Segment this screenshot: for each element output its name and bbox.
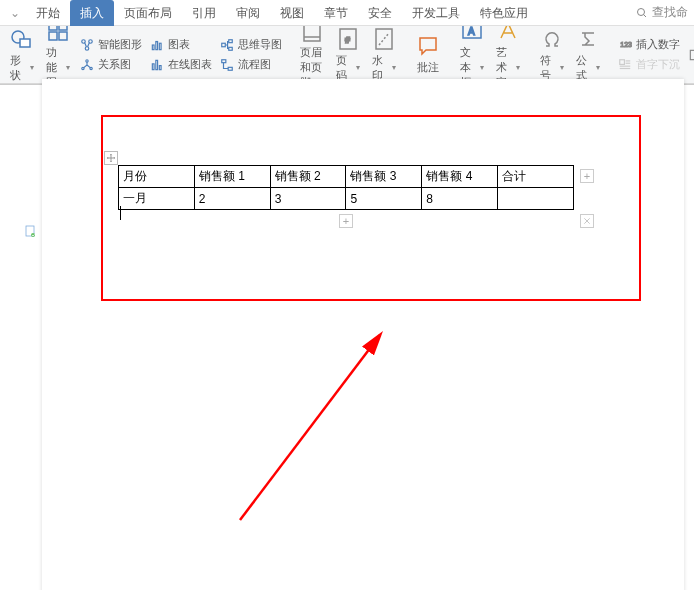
table-header-cell[interactable]: 销售额 1 [194,166,270,188]
table-cell[interactable]: 2 [194,188,270,210]
table-row[interactable]: 月份 销售额 1 销售额 2 销售额 3 销售额 4 合计 [119,166,574,188]
header-footer-button[interactable]: 页眉和页脚 [294,26,330,84]
relation-label: 关系图 [98,57,131,72]
search-icon [636,7,648,19]
online-chart-label: 在线图表 [168,57,212,72]
table-cell[interactable]: 8 [422,188,498,210]
shapes-label: 形状 [10,53,29,83]
page[interactable]: 月份 销售额 1 销售额 2 销售额 3 销售额 4 合计 一月 2 3 5 8… [42,79,684,590]
add-column-button[interactable]: + [580,169,594,183]
table-row[interactable]: 一月 2 3 5 8 [119,188,574,210]
table-header-cell[interactable]: 销售额 3 [346,166,422,188]
chart-button[interactable]: 图表 [146,35,216,54]
caret-icon: ▾ [66,63,70,72]
table-cell[interactable]: 3 [270,188,346,210]
page-tag-icon[interactable] [24,225,36,239]
tab-ref[interactable]: 引用 [182,0,226,26]
document-area: 月份 销售额 1 销售额 2 销售额 3 销售额 4 合计 一月 2 3 5 8… [0,84,694,590]
table-wrapper: 月份 销售额 1 销售额 2 销售额 3 销售额 4 合计 一月 2 3 5 8… [118,165,574,210]
tab-layout[interactable]: 页面布局 [114,0,182,26]
tab-bar: ⌄ 开始 插入 页面布局 引用 审阅 视图 章节 安全 开发工具 特色应用 查找… [0,0,694,26]
smartart-button[interactable]: 智能图形 [76,35,146,54]
search-box[interactable]: 查找命 [636,4,694,21]
table-header-cell[interactable]: 销售额 2 [270,166,346,188]
object-button[interactable]: 对 [684,45,694,64]
svg-point-11 [86,59,88,61]
comment-button[interactable]: 批注 [410,32,446,77]
dropcap-icon [618,58,632,72]
pagenum-label: 页码 [336,53,355,83]
svg-rect-40 [690,50,694,59]
svg-rect-17 [152,63,154,69]
symbol-button[interactable]: 符号▾ [534,26,570,84]
wordart-button[interactable]: 艺术字▾ [490,26,526,84]
pagenum-icon: # [336,27,360,51]
svg-rect-20 [222,43,226,47]
table-move-handle[interactable] [104,151,118,165]
svg-rect-35 [620,59,625,64]
dropcap-button[interactable]: 首字下沉 [614,55,684,74]
online-chart-icon [150,58,164,72]
resize-icon [583,217,591,225]
tab-special[interactable]: 特色应用 [470,0,538,26]
svg-rect-19 [159,65,161,69]
svg-line-41 [240,335,380,520]
svg-text:123: 123 [620,41,632,48]
flow-button[interactable]: 流程图 [216,55,286,74]
dropcap-label: 首字下沉 [636,57,680,72]
table-cell[interactable]: 一月 [119,188,195,210]
svg-rect-23 [222,59,226,62]
watermark-icon [372,27,396,51]
chart-label: 图表 [168,37,190,52]
tab-dev[interactable]: 开发工具 [402,0,470,26]
mindmap-button[interactable]: 思维导图 [216,35,286,54]
svg-rect-5 [59,26,67,30]
tab-insert[interactable]: 插入 [70,0,114,26]
svg-rect-16 [159,43,161,49]
table-header-cell[interactable]: 销售额 4 [422,166,498,188]
svg-rect-24 [228,67,232,70]
online-chart-button[interactable]: 在线图表 [146,55,216,74]
formula-label: 公式 [576,53,595,83]
func-img-button[interactable]: 功能图▾ [40,26,76,84]
table-cell[interactable] [498,188,574,210]
svg-rect-25 [304,26,320,41]
svg-rect-14 [152,45,154,50]
tab-review[interactable]: 审阅 [226,0,270,26]
svg-rect-30 [376,29,392,49]
data-table[interactable]: 月份 销售额 1 销售额 2 销售额 3 销售额 4 合计 一月 2 3 5 8 [118,165,574,210]
svg-text:A: A [468,26,475,37]
table-resize-handle[interactable] [580,214,594,228]
tab-chapter[interactable]: 章节 [314,0,358,26]
tab-start[interactable]: 开始 [26,0,70,26]
table-header-cell[interactable]: 月份 [119,166,195,188]
comment-icon [416,34,440,58]
formula-button[interactable]: 公式▾ [570,26,606,84]
caret-icon: ▾ [30,63,34,72]
insert-number-button[interactable]: 123插入数字 [614,35,684,54]
menu-chevron-icon[interactable]: ⌄ [4,6,26,20]
add-row-button[interactable]: + [339,214,353,228]
svg-rect-3 [20,39,30,47]
svg-rect-21 [229,39,233,42]
table-header-cell[interactable]: 合计 [498,166,574,188]
svg-rect-15 [156,41,158,49]
pagenum-button[interactable]: # 页码▾ [330,26,366,84]
textbox-button[interactable]: A 文本框▾ [454,26,490,84]
tab-view[interactable]: 视图 [270,0,314,26]
svg-point-0 [638,8,645,15]
svg-point-10 [85,46,89,50]
smartart-label: 智能图形 [98,37,142,52]
shapes-button[interactable]: 形状▾ [4,26,40,84]
watermark-label: 水印 [372,53,391,83]
tab-security[interactable]: 安全 [358,0,402,26]
number-icon: 123 [618,38,632,52]
func-img-icon [46,26,70,43]
annotation-arrow [230,325,390,525]
header-footer-icon [300,26,324,43]
formula-icon [576,27,600,51]
relation-button[interactable]: 关系图 [76,55,146,74]
watermark-button[interactable]: 水印▾ [366,26,402,84]
symbol-label: 符号 [540,53,559,83]
table-cell[interactable]: 5 [346,188,422,210]
